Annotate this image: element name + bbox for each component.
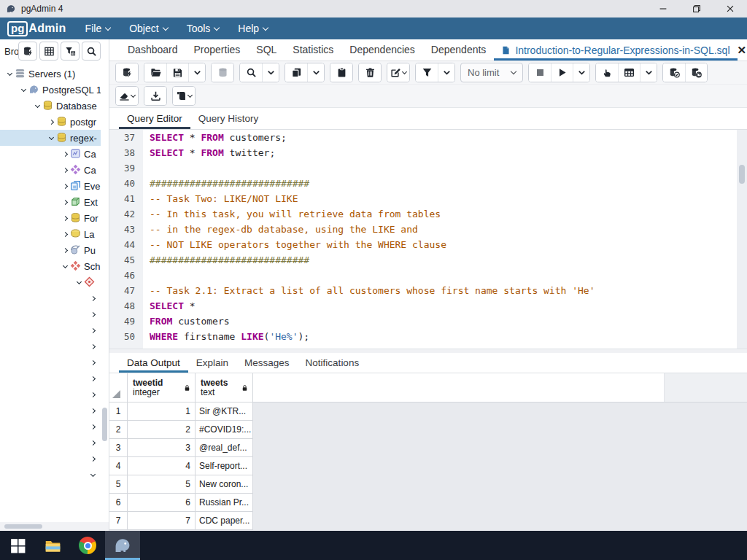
chevron-down-icon[interactable] [74,281,84,284]
tree-item-ca[interactable]: Ca [0,162,101,178]
chevron-right-icon[interactable] [60,201,70,204]
rollback-button[interactable] [685,63,707,82]
editor-scrollbar[interactable] [737,130,747,349]
tree-item-postgr[interactable]: postgr [0,114,101,130]
taskbar-chrome[interactable] [70,531,105,560]
tweetid-cell[interactable]: 3 [128,439,196,457]
chevron-down-button[interactable] [262,63,279,82]
tweetid-cell[interactable]: 2 [128,421,196,439]
tweets-cell[interactable]: CDC paper... [196,512,253,530]
sidebar-vertical-scrollbar[interactable] [102,408,107,441]
tree-item[interactable] [0,467,101,483]
tab-notifications[interactable]: Notifications [298,353,368,373]
window-minimize-icon[interactable] [646,0,680,18]
chevron-right-icon[interactable] [88,329,98,332]
sidebar-horizontal-scrollbar[interactable] [0,522,109,531]
stop-button[interactable] [529,63,551,82]
chevron-down-button[interactable] [640,63,657,82]
tab-statistics[interactable]: Statistics [285,39,341,61]
row-number-cell[interactable]: 2 [109,421,128,439]
tab-dependencies[interactable]: Dependencies [341,39,423,61]
open-file-button[interactable] [144,63,166,82]
close-tab-icon[interactable]: ✕ [738,44,747,57]
tree-item[interactable] [0,306,101,322]
tree-item-eve[interactable]: Eve [0,178,101,194]
tweetid-cell[interactable]: 4 [128,457,196,475]
save-button[interactable] [166,63,188,82]
play-button[interactable] [551,63,573,82]
menu-object[interactable]: Object [129,23,167,34]
row-number-cell[interactable]: 3 [109,439,128,457]
copy-button[interactable] [285,63,307,82]
macro-button[interactable] [173,87,195,105]
tab-query-history[interactable]: Query History [190,108,267,129]
tree-item-ext[interactable]: Ext [0,194,101,210]
chevron-down-icon[interactable] [18,89,28,91]
tweets-cell[interactable]: Sir @KTR... [196,402,253,421]
row-limit-select[interactable]: No limit [460,63,523,82]
tweetid-cell[interactable]: 7 [128,512,196,530]
query-tool-button[interactable] [116,63,138,82]
tree-item[interactable] [0,290,101,306]
edit-button[interactable] [387,63,409,82]
sql-editor[interactable]: 37SELECT * FROM customers;38SELECT * FRO… [109,130,747,349]
tweets-cell[interactable]: @real_def... [196,439,253,457]
chevron-down-icon[interactable] [46,137,56,139]
chevron-down-icon[interactable] [88,474,98,476]
row-number-cell[interactable]: 4 [109,457,128,475]
grid-select-all-cell[interactable] [109,373,128,402]
tab-properties[interactable]: Properties [186,39,249,61]
view-data-button[interactable] [618,63,640,82]
delete-button[interactable] [359,63,381,82]
tweets-cell[interactable]: Self-report... [196,457,253,475]
row-number-cell[interactable]: 7 [109,512,128,530]
paste-button[interactable] [330,63,352,82]
menu-tools[interactable]: Tools [187,23,220,34]
tree-item-for[interactable]: For [0,210,101,226]
chevron-right-icon[interactable] [88,377,98,381]
tree-item-servers-1[interactable]: Servers (1) [0,66,101,82]
chevron-right-icon[interactable] [60,168,70,172]
tree-item[interactable] [0,386,101,402]
tweetid-cell[interactable]: 6 [128,494,196,512]
tree-item-ca[interactable]: Ca [0,146,101,162]
tweetid-cell[interactable]: 5 [128,475,196,494]
chevron-right-icon[interactable] [88,361,98,365]
tab-query-file[interactable]: Introduction-to-Regular-Expressions-in-S… [494,39,737,61]
chevron-right-icon[interactable] [88,297,98,300]
chevron-down-button[interactable] [188,63,205,82]
tab-dashboard[interactable]: Dashboard [120,39,186,61]
tab-query-editor[interactable]: Query Editor [119,108,190,129]
tree-item-postgresql-1[interactable]: PostgreSQL 1 [0,82,101,98]
chevron-right-icon[interactable] [88,313,98,316]
query-tool-button[interactable] [18,42,37,61]
clear-button[interactable] [116,87,138,105]
save-data-button[interactable] [212,63,233,82]
chevron-right-icon[interactable] [60,217,70,220]
column-header-tweets[interactable]: tweetstext [196,373,253,402]
chevron-right-icon[interactable] [88,393,98,397]
taskbar-start[interactable] [0,531,35,560]
commit-button[interactable] [663,63,685,82]
column-header-tweetid[interactable]: tweetidinteger [128,373,196,402]
tab-explain[interactable]: Explain [188,353,236,373]
chevron-right-icon[interactable] [88,345,98,349]
row-number-cell[interactable]: 1 [109,402,128,421]
menu-file[interactable]: File [85,23,111,34]
tree-item[interactable] [0,435,101,451]
tree-item-regex[interactable]: regex- [0,130,101,146]
row-number-cell[interactable]: 5 [109,475,128,494]
row-number-cell[interactable]: 6 [109,494,128,512]
tab-dependents[interactable]: Dependents [423,39,495,61]
chevron-right-icon[interactable] [60,233,70,236]
chevron-down-button[interactable] [438,63,454,82]
execute-cursor-button[interactable] [596,63,618,82]
window-restore-icon[interactable] [680,0,713,18]
tree-item[interactable] [0,419,101,435]
chevron-down-button[interactable] [307,63,324,82]
tree-item[interactable] [0,338,101,354]
tree-item-database[interactable]: Database [0,98,101,114]
chevron-right-icon[interactable] [88,457,98,461]
tree-item-sch[interactable]: Sch [0,258,101,274]
tab-data-output[interactable]: Data Output [119,353,188,373]
